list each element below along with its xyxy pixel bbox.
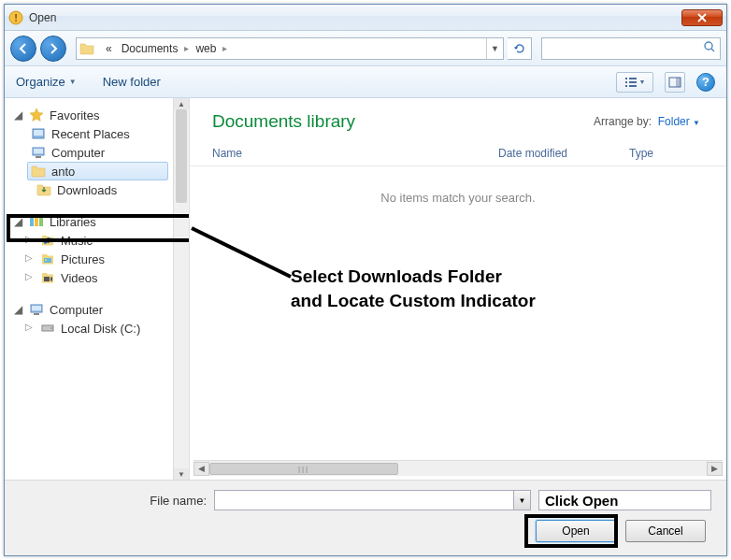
svg-rect-23 xyxy=(32,306,41,310)
app-icon: ! xyxy=(8,10,23,25)
svg-rect-10 xyxy=(676,78,681,87)
sidebar-item-recent[interactable]: Recent Places xyxy=(5,124,189,143)
chevron-right-icon: ▸ xyxy=(182,43,191,53)
svg-rect-18 xyxy=(39,217,43,226)
favorites-header[interactable]: ◢ Favorites xyxy=(5,106,189,124)
sidebar-item-computer-fav[interactable]: Computer xyxy=(5,143,189,162)
close-button[interactable] xyxy=(681,9,723,26)
scroll-right-icon[interactable]: ▶ xyxy=(707,462,723,476)
dialog-footer: File name: ▼ Click Open Open Cancel xyxy=(5,480,726,555)
address-bar[interactable]: « Documents ▸ web ▸ ▼ xyxy=(76,37,504,60)
breadcrumb: « Documents ▸ web ▸ xyxy=(97,38,486,59)
expand-icon[interactable]: ▷ xyxy=(25,252,33,263)
expand-icon[interactable]: ▷ xyxy=(25,271,33,281)
title-bar: ! Open xyxy=(5,5,726,31)
refresh-button[interactable] xyxy=(508,37,532,60)
view-options-button[interactable]: ▼ xyxy=(616,72,653,93)
preview-pane-button[interactable] xyxy=(665,72,685,93)
address-dropdown[interactable]: ▼ xyxy=(486,38,503,59)
svg-rect-3 xyxy=(625,78,627,79)
expand-icon[interactable]: ▷ xyxy=(25,234,33,244)
column-name[interactable]: Name xyxy=(212,147,498,160)
dialog-body: ◢ Favorites Recent Places Computer anto xyxy=(5,98,726,480)
chevron-down-icon: ▼ xyxy=(639,79,646,85)
scroll-down-icon[interactable]: ▼ xyxy=(174,468,189,480)
navigation-tree: ◢ Favorites Recent Places Computer anto xyxy=(5,98,190,480)
favorites-label: Favorites xyxy=(50,108,99,122)
breadcrumb-web[interactable]: web xyxy=(191,38,221,59)
collapse-icon[interactable]: ◢ xyxy=(14,303,23,316)
filter-annotation-overlay: Click Open xyxy=(538,490,711,510)
scroll-thumb[interactable]: ||| xyxy=(209,463,398,475)
cancel-button[interactable]: Cancel xyxy=(625,520,706,542)
collapse-icon[interactable]: ◢ xyxy=(14,215,23,228)
arrange-by: Arrange by: Folder ▼ xyxy=(594,115,700,128)
svg-rect-7 xyxy=(625,85,627,87)
svg-rect-15 xyxy=(36,156,41,158)
svg-rect-24 xyxy=(34,313,39,315)
folder-icon xyxy=(77,41,97,56)
file-list-panel: Documents library Arrange by: Folder ▼ N… xyxy=(190,98,726,480)
svg-rect-8 xyxy=(629,85,637,87)
column-type[interactable]: Type xyxy=(629,147,704,160)
open-dialog: ! Open « Documents ▸ web ▸ ▼ xyxy=(4,4,727,556)
scroll-left-icon[interactable]: ◀ xyxy=(194,462,209,476)
scroll-up-icon[interactable]: ▲ xyxy=(174,98,189,109)
search-icon xyxy=(703,40,716,57)
back-button[interactable] xyxy=(10,36,36,62)
organize-button[interactable]: Organize▼ xyxy=(16,75,77,89)
breadcrumb-documents[interactable]: Documents xyxy=(117,38,183,59)
column-headers: Name Date modified Type xyxy=(190,137,726,166)
sidebar-item-downloads[interactable]: Downloads xyxy=(5,180,189,199)
svg-rect-12 xyxy=(34,130,43,136)
filename-label: File name: xyxy=(20,494,207,508)
svg-rect-17 xyxy=(35,217,38,226)
chevron-down-icon: ▼ xyxy=(693,119,700,127)
open-button[interactable]: Open xyxy=(536,520,616,542)
collapse-icon[interactable]: ◢ xyxy=(14,108,23,122)
toolbar: Organize▼ New folder ▼ ? xyxy=(5,66,726,98)
navigation-bar: « Documents ▸ web ▸ ▼ xyxy=(5,31,726,66)
sidebar-scrollbar[interactable]: ▲ ▼ xyxy=(173,98,189,480)
svg-rect-6 xyxy=(629,81,637,83)
svg-point-20 xyxy=(45,259,47,261)
help-button[interactable]: ? xyxy=(696,73,715,92)
libraries-label: Libraries xyxy=(50,215,96,229)
arrange-by-link[interactable]: Folder ▼ xyxy=(658,115,700,128)
computer-header[interactable]: ◢ Computer xyxy=(5,300,189,319)
chevron-down-icon: ▼ xyxy=(69,78,77,86)
svg-rect-14 xyxy=(34,149,43,153)
window-title: Open xyxy=(29,11,681,24)
horizontal-scrollbar[interactable]: ◀ ||| ▶ xyxy=(194,460,723,476)
sidebar-item-anto[interactable]: anto xyxy=(27,162,168,180)
libraries-header[interactable]: ◢ Libraries xyxy=(5,212,189,231)
computer-label: Computer xyxy=(50,303,103,317)
chevron-right-icon: ▸ xyxy=(221,43,229,53)
scroll-thumb[interactable] xyxy=(176,109,187,203)
svg-point-26 xyxy=(50,327,52,329)
new-folder-button[interactable]: New folder xyxy=(103,75,161,89)
svg-point-2 xyxy=(705,42,712,50)
svg-rect-16 xyxy=(30,217,34,226)
empty-message: No items match your search. xyxy=(190,166,726,229)
expand-icon[interactable]: ▷ xyxy=(25,322,33,332)
search-box[interactable] xyxy=(541,37,721,60)
breadcrumb-prefix[interactable]: « xyxy=(101,38,117,59)
filename-dropdown[interactable]: ▼ xyxy=(514,490,531,510)
forward-button[interactable] xyxy=(40,36,66,62)
svg-text:!: ! xyxy=(14,12,18,23)
svg-rect-5 xyxy=(625,81,627,83)
svg-rect-21 xyxy=(44,277,50,281)
svg-rect-4 xyxy=(629,78,637,79)
filename-input[interactable] xyxy=(214,490,514,510)
search-input[interactable] xyxy=(546,42,703,55)
column-date[interactable]: Date modified xyxy=(498,147,629,160)
